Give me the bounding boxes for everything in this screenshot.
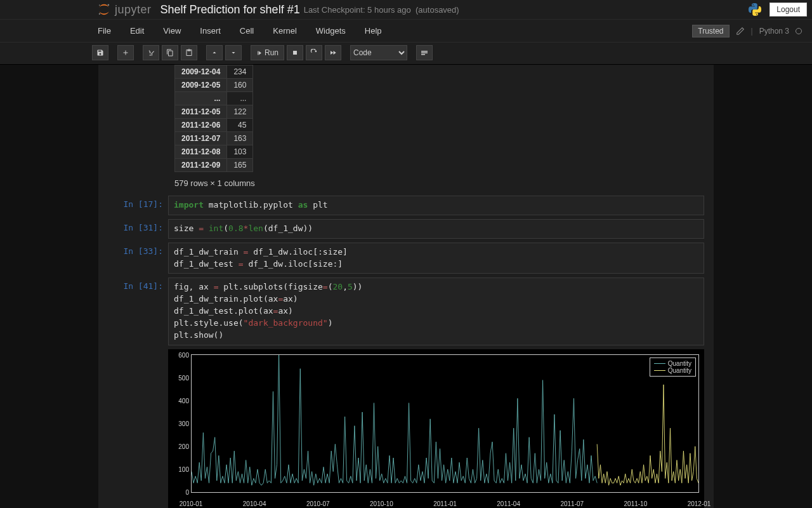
svg-rect-3	[293, 51, 297, 55]
table-row: 2009-12-04234	[175, 65, 253, 79]
table-row: 2011-12-08103	[175, 145, 253, 159]
code-cell[interactable]: df_1_dw_train = df_1_dw.iloc[:size] df_1…	[168, 243, 704, 274]
move-down-button[interactable]	[225, 45, 242, 60]
checkpoint-text: Last Checkpoint: 5 hours ago (autosaved)	[304, 5, 459, 15]
dataframe-summary: 579 rows × 1 columns	[174, 178, 704, 188]
prompt: In [31]:	[108, 219, 168, 239]
notebook-name[interactable]: Shelf Prediction for shelf #1	[160, 3, 300, 17]
code-cell[interactable]: size = int(0.8*len(df_1_dw))	[168, 219, 704, 239]
legend: Quantity Quantity	[650, 358, 696, 377]
code-cell[interactable]: import matplotlib.pyplot as plt	[168, 196, 704, 215]
code-cell[interactable]: fig, ax = plt.subplots(figsize=(20,5)) d…	[168, 277, 704, 345]
menu-view[interactable]: View	[160, 22, 183, 39]
command-palette-button[interactable]	[416, 45, 433, 60]
prompt: In [41]:	[108, 277, 168, 345]
svg-point-1	[99, 13, 100, 15]
cut-button[interactable]	[143, 45, 159, 60]
table-row: 2011-12-07163	[175, 132, 253, 145]
logout-button[interactable]: Logout	[769, 3, 807, 17]
trusted-badge[interactable]: Trusted	[692, 25, 729, 37]
menu-kernel[interactable]: Kernel	[270, 22, 299, 39]
menu-insert[interactable]: Insert	[197, 22, 223, 39]
interrupt-button[interactable]	[287, 45, 303, 60]
save-button[interactable]	[92, 45, 108, 60]
svg-rect-5	[421, 53, 428, 54]
move-up-button[interactable]	[206, 45, 223, 60]
celltype-select[interactable]: Code	[350, 45, 407, 60]
menu-widgets[interactable]: Widgets	[313, 22, 348, 39]
table-row: 2011-12-09165	[175, 159, 253, 172]
menu-edit[interactable]: Edit	[128, 22, 147, 39]
edit-icon[interactable]	[736, 27, 745, 36]
svg-rect-4	[421, 51, 428, 52]
jupyter-text: jupyter	[115, 3, 152, 17]
kernel-status-icon	[796, 28, 802, 34]
jupyter-logo	[97, 3, 111, 17]
table-row: ......	[175, 92, 253, 105]
table-row: 2011-12-0645	[175, 119, 253, 132]
paste-button[interactable]	[181, 45, 197, 60]
svg-point-2	[99, 4, 100, 6]
menu-cell[interactable]: Cell	[237, 22, 256, 39]
menu-help[interactable]: Help	[362, 22, 384, 39]
table-row: 2009-12-05160	[175, 79, 253, 92]
python-logo-icon	[747, 3, 763, 16]
svg-point-0	[108, 4, 110, 6]
kernel-name[interactable]: Python 3	[759, 27, 789, 36]
table-row: 2011-12-05122	[175, 105, 253, 119]
run-button[interactable]: Run	[251, 45, 284, 60]
restart-button[interactable]	[306, 45, 322, 60]
menu-file[interactable]: File	[95, 22, 114, 39]
dataframe-output: 2009-12-042342009-12-05160......2011-12-…	[174, 65, 253, 172]
restart-run-all-button[interactable]	[325, 45, 341, 60]
prompt: In [17]:	[108, 196, 168, 215]
add-cell-button[interactable]	[117, 45, 134, 60]
copy-button[interactable]	[162, 45, 178, 60]
plot-output: Quantity Quantity 0100200300400500600 20…	[168, 349, 704, 508]
svg-rect-6	[421, 54, 425, 55]
menu-bar: FileEditViewInsertCellKernelWidgetsHelp	[95, 22, 384, 39]
prompt: In [33]:	[108, 243, 168, 274]
